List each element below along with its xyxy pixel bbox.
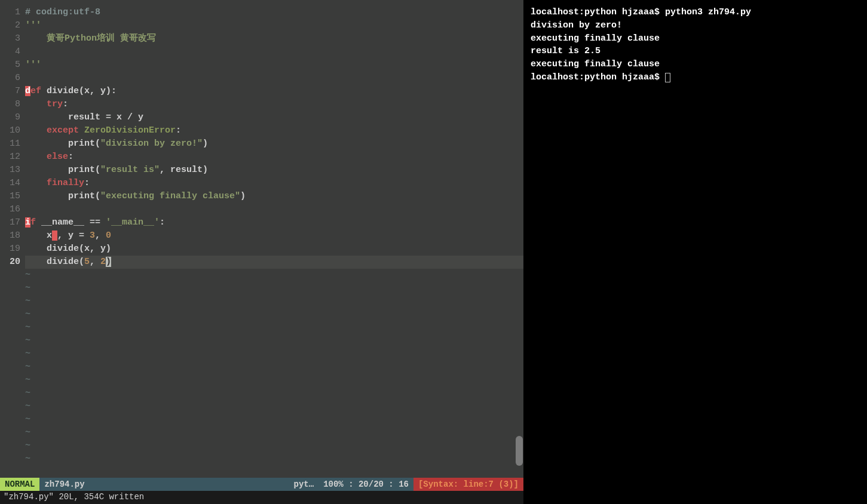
line-number: 6 xyxy=(0,72,20,85)
empty-line-tilde: ~ xyxy=(25,282,523,295)
code-line[interactable]: ''' xyxy=(25,19,523,32)
line-number: 18 xyxy=(0,229,20,242)
mode-indicator: NORMAL xyxy=(0,478,39,491)
terminal-output-line: executing finally clause xyxy=(531,58,860,71)
line-number: 16 xyxy=(0,203,20,216)
line-number: 20 xyxy=(0,256,20,269)
empty-line-tilde: ~ xyxy=(25,334,523,348)
code-line[interactable]: try: xyxy=(25,98,523,111)
empty-line-tilde: ~ xyxy=(25,400,523,413)
code-line[interactable] xyxy=(25,45,523,59)
code-line[interactable]: x , y = 3, 0 xyxy=(25,229,523,242)
line-number: 19 xyxy=(0,242,20,256)
empty-line-tilde: ~ xyxy=(25,321,523,334)
filetype-indicator: pyt… xyxy=(289,478,319,491)
empty-line-tilde: ~ xyxy=(25,426,523,440)
code-line[interactable]: except ZeroDivisionError: xyxy=(25,124,523,137)
code-line[interactable]: result = x / y xyxy=(25,111,523,124)
command-line[interactable]: "zh794.py" 20L, 354C written xyxy=(0,491,523,504)
line-number: 13 xyxy=(0,164,20,177)
terminal-output-line: executing finally clause xyxy=(531,32,860,45)
code-line[interactable]: 黄哥Python培训 黄哥改写 xyxy=(25,32,523,45)
terminal-pane[interactable]: localhost:python hjzaaa$ python3 zh794.p… xyxy=(523,0,867,504)
syntax-error-indicator: [Syntax: line:7 (3)] xyxy=(413,478,523,491)
code-line[interactable]: # coding:utf-8 xyxy=(25,6,523,19)
code-area[interactable]: 1234567891011121314151617181920 # coding… xyxy=(0,0,523,478)
empty-line-tilde: ~ xyxy=(25,413,523,426)
position-indicator: 100% : 20/20 : 16 xyxy=(318,478,413,491)
editor-scrollbar[interactable] xyxy=(515,0,523,504)
empty-line-tilde: ~ xyxy=(25,295,523,308)
line-number: 7 xyxy=(0,85,20,98)
code-line[interactable]: if __name__ == '__main__': xyxy=(25,216,523,229)
line-number: 15 xyxy=(0,190,20,203)
code-line[interactable] xyxy=(25,203,523,216)
code-line[interactable]: divide(x, y) xyxy=(25,242,523,256)
terminal-output-line: division by zero! xyxy=(531,19,860,32)
code-content[interactable]: # coding:utf-8''' 黄哥Python培训 黄哥改写'''def … xyxy=(25,0,523,478)
empty-line-tilde: ~ xyxy=(25,387,523,400)
status-line: NORMAL zh794.py pyt… 100% : 20/20 : 16 [… xyxy=(0,478,523,491)
code-line[interactable]: print("executing finally clause") xyxy=(25,190,523,203)
line-number: 8 xyxy=(0,98,20,111)
line-number-gutter: 1234567891011121314151617181920 xyxy=(0,0,25,478)
code-line[interactable] xyxy=(25,72,523,85)
empty-line-tilde: ~ xyxy=(25,348,523,361)
empty-line-tilde: ~ xyxy=(25,440,523,453)
line-number: 14 xyxy=(0,177,20,190)
terminal-prompt-line[interactable]: localhost:python hjzaaa$ xyxy=(531,71,860,84)
empty-line-tilde: ~ xyxy=(25,308,523,321)
line-number: 1 xyxy=(0,6,20,19)
line-number: 10 xyxy=(0,124,20,137)
line-number: 12 xyxy=(0,150,20,164)
line-number: 5 xyxy=(0,59,20,72)
line-number: 11 xyxy=(0,137,20,150)
empty-line-tilde: ~ xyxy=(25,269,523,282)
editor-pane: 1234567891011121314151617181920 # coding… xyxy=(0,0,523,504)
code-line[interactable]: print("division by zero!") xyxy=(25,137,523,150)
code-line[interactable]: print("result is", result) xyxy=(25,164,523,177)
line-number: 2 xyxy=(0,19,20,32)
empty-line-tilde: ~ xyxy=(25,374,523,387)
terminal-cursor xyxy=(665,73,670,82)
terminal-output-line: result is 2.5 xyxy=(531,45,860,58)
empty-line-tilde: ~ xyxy=(25,453,523,466)
filename-indicator: zh794.py xyxy=(39,478,89,491)
empty-line-tilde: ~ xyxy=(25,361,523,374)
scroll-thumb[interactable] xyxy=(516,436,523,466)
code-line[interactable]: else: xyxy=(25,150,523,164)
terminal-prompt: localhost:python hjzaaa$ xyxy=(531,72,665,82)
line-number: 17 xyxy=(0,216,20,229)
code-line[interactable]: def divide(x, y): xyxy=(25,85,523,98)
line-number: 9 xyxy=(0,111,20,124)
code-line[interactable]: ''' xyxy=(25,59,523,72)
code-line[interactable]: divide(5, 2) xyxy=(25,256,523,269)
terminal-output-line: localhost:python hjzaaa$ python3 zh794.p… xyxy=(531,6,860,19)
line-number: 3 xyxy=(0,32,20,45)
line-number: 4 xyxy=(0,45,20,59)
code-line[interactable]: finally: xyxy=(25,177,523,190)
